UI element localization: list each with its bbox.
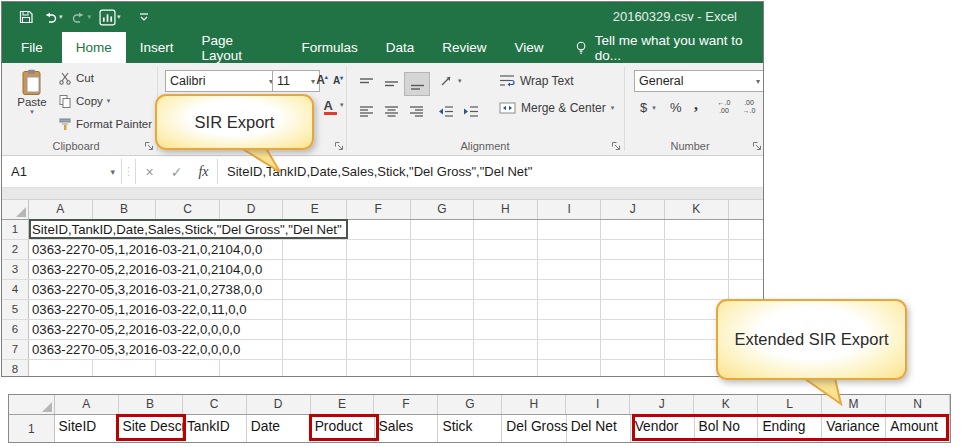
column-header-k[interactable]: K (665, 200, 729, 219)
tab-file[interactable]: File (2, 32, 62, 63)
cell-text[interactable]: 0363-2270-05,3,2016-03-21,0,2738,0,0 (29, 280, 265, 299)
cell-text[interactable] (29, 360, 35, 377)
row-number[interactable]: 3 (2, 260, 29, 279)
strip-cell-bol-no[interactable]: Bol No (695, 415, 759, 442)
format-painter-button[interactable]: Format Painter (58, 117, 152, 131)
column-header-a[interactable]: A (29, 200, 93, 219)
currency-button[interactable]: $ ▾ (640, 100, 656, 115)
decrease-decimal-button[interactable]: .00 →.0 (737, 99, 761, 115)
align-top-button[interactable] (354, 72, 378, 94)
strip-column-c[interactable]: C (183, 395, 247, 414)
strip-cell-tankid[interactable]: TankID (183, 415, 247, 442)
currency-dropdown[interactable]: ▾ (652, 104, 656, 112)
wrap-text-button[interactable]: Wrap Text (499, 73, 574, 88)
font-color-dropdown[interactable]: ▾ (340, 101, 344, 109)
row-number[interactable]: 6 (2, 320, 29, 339)
strip-cell-stick[interactable]: Stick (438, 415, 502, 442)
paste-dropdown[interactable]: ▾ (10, 108, 54, 116)
strip-cell-ending[interactable]: Ending (758, 415, 822, 442)
paste-button[interactable]: Paste ▾ (10, 69, 54, 116)
column-header-h[interactable]: H (474, 200, 538, 219)
cell-text[interactable]: 0363-2270-05,2,2016-03-22,0,0,0,0 (29, 320, 243, 339)
column-header-i[interactable]: I (538, 200, 602, 219)
strip-column-k[interactable]: K (694, 395, 758, 414)
undo-dropdown[interactable]: ▾ (59, 13, 63, 21)
strip-column-i[interactable]: I (566, 395, 630, 414)
grid-row[interactable]: 8 (2, 360, 763, 377)
strip-cell-sales[interactable]: Sales (375, 415, 439, 442)
select-all-corner[interactable] (2, 200, 29, 219)
percent-button[interactable]: % (670, 100, 682, 115)
shrink-font-button[interactable]: A▾ (330, 69, 346, 91)
copy-dropdown[interactable]: ▾ (107, 97, 111, 105)
dialog-launcher-icon[interactable] (752, 141, 762, 151)
select-all-corner[interactable] (9, 395, 55, 414)
enter-button[interactable]: ✓ (163, 164, 190, 180)
strip-column-b[interactable]: B (119, 395, 183, 414)
column-header-b[interactable]: B (93, 200, 157, 219)
row-number[interactable]: 2 (2, 240, 29, 259)
font-size-combo[interactable]: 11 ▾ (272, 70, 320, 92)
cell-text[interactable]: 0363-2270-05,1,2016-03-22,0,11,0,0 (29, 300, 250, 319)
tab-home[interactable]: Home (62, 32, 126, 63)
align-left-button[interactable] (354, 100, 378, 122)
row-number[interactable]: 1 (9, 415, 55, 442)
row-number[interactable]: 7 (2, 340, 29, 359)
cell-text[interactable]: 0363-2270-05,1,2016-03-21,0,2104,0,0 (29, 240, 265, 259)
strip-column-h[interactable]: H (502, 395, 566, 414)
column-header-g[interactable]: G (411, 200, 475, 219)
cell-text[interactable]: SiteID,TankID,Date,Sales,Stick,"Del Gros… (29, 220, 345, 239)
grid-row[interactable]: 3 0363-2270-05,2,2016-03-21,0,2104,0,0 (2, 260, 763, 280)
strip-cell-product[interactable]: Product (311, 415, 375, 442)
customize-qat-button[interactable] (135, 8, 153, 26)
strip-column-j[interactable]: J (630, 395, 694, 414)
tell-me-box[interactable]: Tell me what you want to do... (574, 32, 763, 63)
dialog-launcher-icon[interactable] (334, 141, 344, 151)
tab-insert[interactable]: Insert (126, 32, 188, 63)
row-number[interactable]: 1 (2, 220, 29, 239)
merge-center-dropdown[interactable]: ▾ (611, 104, 615, 112)
strip-cell-variance[interactable]: Variance (822, 415, 886, 442)
formula-bar-grip[interactable]: ⋮ (122, 156, 135, 187)
chevron-down-icon[interactable]: ▾ (110, 167, 115, 177)
redo-button[interactable]: ▾ (69, 7, 94, 27)
strip-column-a[interactable]: A (55, 395, 119, 414)
column-header-f[interactable]: F (347, 200, 411, 219)
strip-column-n[interactable]: N (886, 395, 950, 414)
grid-row[interactable]: 5 0363-2270-05,1,2016-03-22,0,11,0,0 (2, 300, 763, 320)
chart-dropdown[interactable]: ▾ (117, 13, 121, 21)
strip-cell-amount[interactable]: Amount (886, 415, 950, 442)
strip-column-f[interactable]: F (374, 395, 438, 414)
strip-cell-siteid[interactable]: SiteID (55, 415, 119, 442)
dialog-launcher-icon[interactable] (611, 141, 621, 151)
row-number[interactable]: 4 (2, 280, 29, 299)
merge-center-button[interactable]: Merge & Center ▾ (499, 101, 614, 115)
cell-text[interactable]: 0363-2270-05,2,2016-03-21,0,2104,0,0 (29, 260, 265, 279)
column-header-d[interactable]: D (220, 200, 284, 219)
comma-style-button[interactable]: , (694, 96, 698, 114)
grid-row[interactable]: 1 SiteID,TankID,Date,Sales,Stick,"Del Gr… (2, 220, 763, 240)
save-button[interactable] (16, 7, 36, 27)
name-box[interactable]: A1 ▾ (2, 156, 121, 187)
formula-input[interactable]: SiteID,TankID,Date,Sales,Stick,"Del Gros… (218, 156, 763, 187)
cell-text[interactable]: 0363-2270-05,3,2016-03-22,0,0,0,0 (29, 340, 243, 359)
strip-column-e[interactable]: E (311, 395, 375, 414)
grid-row[interactable]: 6 0363-2270-05,2,2016-03-22,0,0,0,0 (2, 320, 763, 340)
strip-cell-site-descr[interactable]: Site Descr (119, 415, 183, 442)
cut-button[interactable]: Cut (58, 71, 94, 85)
orientation-dropdown[interactable]: ▾ (458, 77, 462, 85)
font-name-combo[interactable]: Calibri ▾ (165, 70, 278, 92)
row-number[interactable]: 8 (2, 360, 29, 377)
font-color-button[interactable]: A (320, 96, 340, 118)
number-format-combo[interactable]: General ▾ (634, 70, 763, 92)
orientation-button[interactable]: ▾ (439, 74, 462, 88)
strip-cell-del-net[interactable]: Del Net (567, 415, 631, 442)
column-header-j[interactable]: J (601, 200, 665, 219)
row-number[interactable]: 5 (2, 300, 29, 319)
qat-chart-button[interactable]: ▾ (97, 7, 123, 28)
tab-page-layout[interactable]: Page Layout (188, 32, 288, 63)
redo-dropdown[interactable]: ▾ (88, 13, 92, 21)
align-right-button[interactable] (404, 100, 428, 122)
copy-button[interactable]: Copy ▾ (58, 94, 110, 108)
align-middle-button[interactable] (379, 72, 403, 94)
